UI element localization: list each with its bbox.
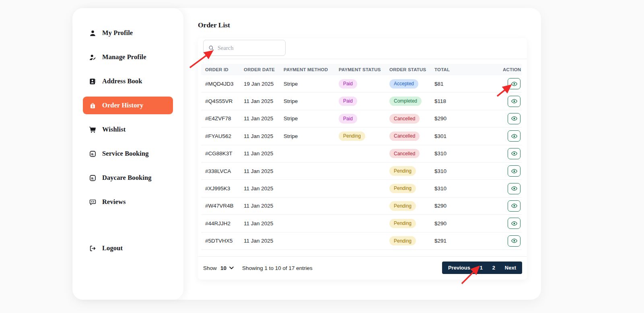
order-status: Cancelled (389, 132, 434, 141)
status-badge: Pending (389, 219, 416, 228)
table-row: #XJ995K3 11 Jan 2025 Pending $310 (201, 180, 522, 197)
order-date: 11 Jan 2025 (244, 98, 284, 104)
search-icon (208, 45, 214, 51)
order-date: 11 Jan 2025 (244, 168, 284, 174)
order-status: Pending (389, 184, 434, 193)
sidebar-item-label: Daycare Booking (102, 174, 152, 182)
order-date: 19 Jan 2025 (244, 81, 284, 87)
view-order-button[interactable] (508, 96, 521, 107)
sidebar-item-manage-profile[interactable]: Manage Profile (72, 48, 183, 66)
order-id: #FYAU562 (201, 133, 244, 139)
table-row: #44RJJH2 11 Jan 2025 Pending $290 (201, 215, 522, 232)
view-order-button[interactable] (508, 148, 521, 159)
view-order-button[interactable] (508, 113, 521, 124)
view-order-button[interactable] (508, 78, 521, 89)
sidebar-item-wishlist[interactable]: Wishlist (72, 121, 183, 138)
order-date: 11 Jan 2025 (244, 133, 284, 139)
eye-icon (511, 168, 517, 174)
payment-status: Paid (339, 97, 389, 106)
sidebar-item-label: Reviews (102, 198, 126, 206)
person-icon (89, 30, 96, 37)
sidebar-item-reviews[interactable]: Reviews (72, 193, 183, 211)
view-order-button[interactable] (508, 165, 521, 177)
order-id: #44RJJH2 (201, 220, 244, 227)
view-order-button[interactable] (508, 235, 521, 247)
logout-icon (89, 245, 96, 252)
page-size-value: 10 (220, 265, 226, 271)
search-input[interactable] (218, 45, 278, 51)
table-row: #5DTVHX5 11 Jan 2025 Pending $291 (201, 233, 522, 250)
table-row: #CG88K3T 11 Jan 2025 Cancelled $310 (201, 145, 522, 163)
order-status: Pending (389, 236, 434, 245)
order-date: 11 Jan 2025 (244, 203, 284, 209)
view-order-button[interactable] (508, 130, 521, 142)
person-edit-icon (89, 54, 96, 61)
page-size-select[interactable]: 10 (220, 265, 234, 271)
status-badge: Cancelled (389, 114, 420, 123)
status-badge: Paid (339, 79, 357, 89)
column-header: ACTION (503, 67, 523, 72)
status-badge: Cancelled (389, 132, 420, 141)
status-badge: Paid (339, 114, 357, 123)
payment-method: Stripe (284, 81, 339, 87)
shopping-bag-icon: $ (89, 102, 96, 109)
page-title: Order List (198, 21, 230, 29)
eye-icon (511, 150, 517, 156)
pagination-page-2[interactable]: 2 (492, 265, 495, 271)
entries-summary: Showing 1 to 10 of 17 entries (242, 265, 313, 271)
column-header: ORDER ID (201, 67, 244, 72)
sidebar-item-label: Service Booking (102, 150, 149, 158)
table-row: #W47VR4B 11 Jan 2025 Pending $290 (201, 198, 522, 215)
view-order-button[interactable] (508, 218, 521, 229)
status-badge: Paid (339, 97, 357, 106)
sidebar-item-service-booking[interactable]: B. Service Booking (72, 145, 183, 163)
view-order-button[interactable] (508, 183, 521, 194)
sidebar: My Profile Manage Profile Address Book $… (72, 8, 183, 300)
order-date: 11 Jan 2025 (244, 150, 284, 156)
eye-icon (511, 115, 517, 121)
sidebar-item-my-profile[interactable]: My Profile (72, 24, 183, 42)
svg-text:B.: B. (91, 152, 94, 156)
table-body: #MQD4JD3 19 Jan 2025 Stripe Paid Accepte… (201, 75, 522, 250)
sidebar-item-label: Order History (102, 101, 143, 109)
column-header: ORDER DATE (244, 67, 284, 72)
order-status: Cancelled (389, 114, 434, 123)
booking-icon: B. (89, 175, 96, 181)
order-id: #CG88K3T (201, 150, 244, 156)
search-box (203, 40, 286, 56)
pagination-next[interactable]: Next (505, 265, 516, 271)
pagination-page-1[interactable]: 1 (480, 265, 483, 271)
order-status: Pending (389, 201, 434, 210)
show-label: Show (203, 265, 217, 271)
view-order-button[interactable] (508, 200, 521, 212)
cart-icon (89, 126, 96, 133)
order-status: Pending (389, 166, 434, 175)
order-date: 11 Jan 2025 (244, 220, 284, 227)
table-row: #FYAU562 11 Jan 2025 Stripe Pending Canc… (201, 128, 522, 145)
sidebar-item-order-history[interactable]: $ Order History (83, 97, 173, 114)
column-header: PAYMENT METHOD (284, 67, 339, 72)
table-row: #Q4S55VR 11 Jan 2025 Stripe Paid Complet… (201, 93, 522, 110)
eye-icon (511, 238, 517, 244)
sidebar-item-label: Wishlist (102, 126, 126, 134)
order-id: #338LVCA (201, 168, 244, 174)
divider (198, 59, 527, 59)
sidebar-item-daycare-booking[interactable]: B. Daycare Booking (72, 169, 183, 187)
order-date: 11 Jan 2025 (244, 185, 284, 192)
order-total: $118 (434, 98, 503, 104)
payment-status: Paid (339, 114, 389, 123)
svg-text:B.: B. (91, 176, 94, 180)
table-row: #MQD4JD3 19 Jan 2025 Stripe Paid Accepte… (201, 75, 522, 93)
sidebar-item-logout[interactable]: Logout (72, 239, 183, 257)
eye-icon (511, 220, 517, 227)
pagination-previous[interactable]: Previous (448, 265, 470, 271)
order-status: Pending (389, 219, 434, 228)
order-id: #5DTVHX5 (201, 238, 244, 244)
sidebar-item-address-book[interactable]: Address Book (72, 72, 183, 90)
status-badge: Pending (389, 184, 416, 193)
order-id: #MQD4JD3 (201, 81, 244, 87)
order-date: 11 Jan 2025 (244, 238, 284, 244)
order-total: $81 (434, 81, 503, 87)
payment-method: Stripe (284, 115, 339, 121)
status-badge: Pending (389, 236, 416, 245)
